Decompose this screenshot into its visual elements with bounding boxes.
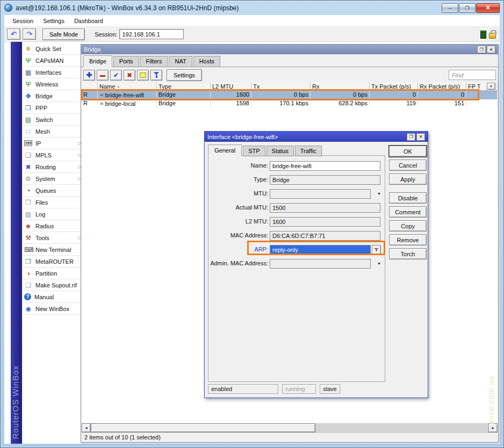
- session-label: Session:: [95, 31, 117, 38]
- sidebar-item[interactable]: ▤ Switch ▷: [22, 114, 83, 126]
- column-header-rx-packet[interactable]: Rx Packet (p/s): [418, 82, 466, 90]
- admin-mac-field[interactable]: [270, 259, 371, 269]
- sidebar-item-icon: ▦: [24, 69, 32, 76]
- row-type: Bridge: [157, 91, 211, 99]
- bridge-toolbar: ✚ ▬ ✔ ✖ Settings: [81, 68, 498, 82]
- dialog-button[interactable]: Comment: [389, 206, 427, 218]
- column-header-flag[interactable]: [82, 82, 98, 90]
- bridge-tab[interactable]: Bridge: [83, 55, 112, 67]
- filter-button[interactable]: [150, 70, 162, 81]
- scroll-right-icon[interactable]: ►: [488, 423, 498, 432]
- sidebar-item[interactable]: ⚙ System ▷: [22, 173, 83, 185]
- minimize-icon[interactable]: ─: [442, 3, 458, 13]
- bridge-tab[interactable]: Ports: [113, 56, 139, 67]
- undo-icon[interactable]: ↶: [7, 28, 20, 40]
- table-row[interactable]: R ≍ bridge-local Bridge 1598 170.1 kbps …: [82, 99, 498, 108]
- dialog-titlebar[interactable]: Interface <bridge-free-wifi> ❐ ✕: [205, 132, 428, 142]
- arp-combobox[interactable]: reply-only: [270, 245, 371, 255]
- scroll-left-icon[interactable]: ◄: [82, 423, 91, 432]
- dialog-button[interactable]: Torch: [389, 248, 427, 259]
- scrollbar-track[interactable]: [315, 423, 488, 432]
- sidebar-item-label: MPLS: [35, 152, 52, 158]
- sidebar-item-label: Radius: [35, 223, 54, 229]
- bridge-window-titlebar[interactable]: Bridge ❐ ✕: [81, 45, 498, 54]
- sidebar-item[interactable]: ❐ Files ▷: [22, 197, 83, 208]
- close-icon[interactable]: ✕: [416, 133, 425, 141]
- column-header-tx-packet[interactable]: Tx Packet (p/s): [370, 82, 418, 90]
- dialog-button[interactable]: Cancel: [389, 160, 427, 171]
- sidebar-item[interactable]: ✖ Routing ▷: [22, 161, 83, 173]
- horizontal-scrollbar[interactable]: ◄ ►: [82, 423, 498, 432]
- restore-icon[interactable]: ❐: [477, 46, 486, 53]
- sidebar-item-label: Log: [35, 211, 45, 218]
- dialog-tab[interactable]: STP: [243, 146, 265, 156]
- menu-item[interactable]: Dashboard: [69, 16, 108, 26]
- session-input[interactable]: [119, 29, 184, 39]
- menu-item[interactable]: Settings: [38, 16, 69, 26]
- dialog-tab[interactable]: General: [208, 144, 242, 156]
- dropdown-icon[interactable]: ▼: [377, 262, 381, 265]
- row-tx: 170.1 kbps: [251, 99, 311, 108]
- disable-button[interactable]: ✖: [124, 70, 135, 81]
- sidebar-item[interactable]: ✵ Quick Set ▷: [22, 43, 83, 55]
- sidebar-item[interactable]: ❏ MPLS ▷: [22, 149, 83, 161]
- column-header-name[interactable]: Name ▲: [98, 82, 157, 90]
- dialog-tab[interactable]: Traffic: [295, 146, 322, 156]
- close-icon[interactable]: ✕: [487, 46, 495, 53]
- table-row[interactable]: R ≍ bridge-free-wifi Bridge 1600 0 bps 0…: [82, 91, 498, 99]
- arp-dropdown-button[interactable]: ▼: [372, 245, 381, 255]
- find-input[interactable]: [449, 70, 496, 80]
- sidebar-item[interactable]: ☻ Radius ▷: [22, 220, 83, 232]
- sidebar-item[interactable]: Ψ Wireless ▷: [22, 78, 83, 90]
- safe-mode-button[interactable]: Safe Mode: [42, 28, 85, 40]
- sidebar-item[interactable]: ▦ Interfaces ▷: [22, 67, 83, 78]
- sidebar-item[interactable]: ? Manual ▷: [22, 291, 83, 303]
- sidebar-item[interactable]: ▤ Log ▷: [22, 208, 83, 220]
- bridge-tab[interactable]: Filters: [140, 56, 168, 67]
- dialog-button[interactable]: Disable: [389, 192, 427, 204]
- maximize-icon[interactable]: ❐: [407, 133, 415, 141]
- dialog-button[interactable]: OK: [389, 146, 427, 157]
- sidebar-item[interactable]: 255 IP ▷: [22, 138, 83, 149]
- sidebar-item[interactable]: ❒ PPP ▷: [22, 102, 83, 114]
- bridge-interface-icon: ≍: [99, 101, 104, 106]
- bridge-tab[interactable]: Hosts: [193, 56, 220, 67]
- mtu-field[interactable]: [270, 189, 371, 199]
- column-header-fp[interactable]: FP T ▼: [466, 82, 498, 90]
- sidebar-item[interactable]: ✥ Bridge ▷: [22, 90, 83, 102]
- add-button[interactable]: ✚: [83, 70, 95, 81]
- column-header-l2mtu[interactable]: L2 MTU: [211, 82, 251, 90]
- enable-button[interactable]: ✔: [110, 70, 122, 81]
- settings-button[interactable]: Settings: [167, 69, 202, 81]
- sidebar-item-icon: ✵: [24, 45, 32, 53]
- sidebar-item[interactable]: ❒ MetaROUTER ▷: [22, 256, 83, 268]
- dialog-button[interactable]: Copy: [389, 220, 427, 232]
- sidebar-item[interactable]: ◑ Partition ▷: [22, 268, 83, 279]
- menu-item[interactable]: Session: [8, 16, 38, 26]
- column-header-tx[interactable]: Tx: [251, 82, 311, 90]
- sidebar-item[interactable]: ∷ Mesh ▷: [22, 126, 83, 138]
- scrollbar-thumb[interactable]: [91, 423, 315, 432]
- table-header: Name ▲ Type L2 MTU Tx Rx Tx Packet (p/s)…: [82, 82, 498, 91]
- dialog-button[interactable]: Apply: [389, 174, 427, 185]
- name-field[interactable]: [270, 161, 380, 171]
- column-select-button[interactable]: ▼: [487, 83, 495, 90]
- sidebar-item[interactable]: ⚒ Tools ▷: [22, 232, 83, 244]
- remove-button[interactable]: ▬: [97, 70, 109, 81]
- sidebar-item[interactable]: ◉ New WinBox ▷: [22, 303, 83, 315]
- sidebar-item[interactable]: ⌨ New Terminal ▷: [22, 244, 83, 256]
- dropdown-icon[interactable]: ▼: [377, 192, 381, 196]
- close-icon[interactable]: ✕: [476, 3, 500, 13]
- maximize-icon[interactable]: ❐: [459, 3, 476, 13]
- dialog-button[interactable]: Remove: [389, 234, 427, 245]
- sidebar-item[interactable]: ◔ Queues ▷: [22, 185, 83, 197]
- redo-icon[interactable]: ↷: [23, 28, 36, 40]
- column-header-rx[interactable]: Rx: [311, 82, 370, 90]
- column-header-type[interactable]: Type: [157, 82, 211, 90]
- row-tx-packet: 119: [370, 99, 418, 108]
- sidebar-item[interactable]: Ψ CAPsMAN ▷: [22, 55, 83, 67]
- bridge-tab[interactable]: NAT: [169, 56, 192, 67]
- comment-button[interactable]: [137, 70, 149, 81]
- sidebar-item[interactable]: ❏ Make Supout.rif ▷: [22, 279, 83, 291]
- dialog-tab[interactable]: Status: [267, 146, 294, 156]
